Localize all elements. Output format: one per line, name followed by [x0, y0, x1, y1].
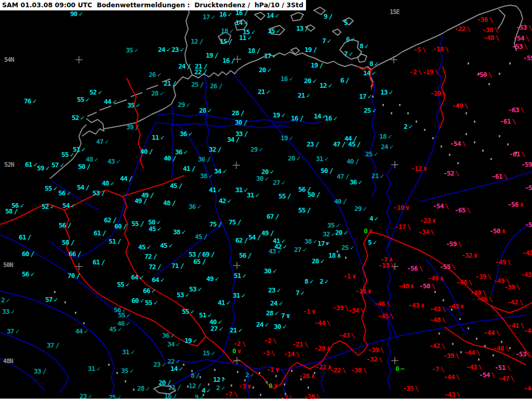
station-report: 47/	[333, 141, 345, 148]
tendency-symbol: ✓	[118, 325, 122, 333]
station-value: 55	[61, 151, 69, 158]
station-report: 56✓	[58, 190, 71, 196]
station-report: -7\	[432, 366, 444, 373]
station-report: 42✓	[219, 197, 231, 204]
station-report: -7\	[281, 394, 293, 399]
station-report: 45✓	[160, 242, 172, 249]
station-report: 37✓	[7, 328, 19, 335]
station-report: 40/	[164, 155, 176, 162]
station-value: -3	[238, 382, 246, 390]
tendency-symbol: ✓	[182, 228, 186, 236]
station-value: 25	[341, 244, 349, 251]
station-value: 61	[19, 233, 26, 241]
tendency-symbol: /	[275, 212, 280, 220]
tendency-symbol: ✓	[140, 297, 144, 304]
tendency-symbol: /	[172, 199, 176, 207]
tendency-symbol: ∨	[405, 204, 409, 211]
station-value: 45	[109, 325, 116, 333]
station-value: 12	[320, 82, 327, 89]
station-value: -14	[284, 350, 294, 358]
station-value: 37	[7, 327, 14, 335]
tendency-symbol: \	[521, 150, 525, 158]
station-report: -18\	[433, 46, 449, 52]
station-value: -34	[348, 307, 358, 314]
tendency-symbol: ✓	[375, 60, 379, 68]
tendency-symbol: ✓	[303, 246, 307, 254]
station-report: 23✓	[153, 361, 166, 368]
station-value: 61	[92, 258, 100, 266]
station-value: 7	[322, 37, 326, 45]
station-value: 21	[168, 383, 176, 391]
station-value: 58	[62, 238, 69, 246]
station-report: 33✓	[2, 308, 15, 315]
tendency-symbol: /	[215, 51, 219, 59]
station-value: 58	[5, 207, 12, 215]
station-report: -7\	[225, 391, 237, 397]
station-value: -52	[525, 221, 532, 229]
tendency-symbol: ∨	[473, 251, 477, 259]
station-value: 49	[135, 197, 142, 205]
station-report: 7∨	[281, 312, 290, 319]
station-report: 58/	[5, 208, 18, 215]
tendency-symbol: ✓	[81, 114, 85, 122]
station-value: 20	[288, 154, 295, 162]
tendency-symbol: \	[351, 331, 355, 339]
station-report: 23✓	[268, 287, 281, 294]
station-value: 61	[94, 229, 101, 237]
station-value: -7	[225, 390, 232, 398]
station-value: -1	[303, 308, 310, 315]
tendency-symbol: ✓	[248, 34, 252, 42]
station-report: 55/	[131, 220, 144, 227]
station-value: -43	[521, 271, 531, 278]
tendency-symbol: ✓	[289, 134, 294, 142]
tendency-symbol: /	[218, 145, 222, 153]
station-report: 31✓	[247, 192, 259, 198]
tendency-symbol: ✓	[273, 52, 277, 60]
station-report: 24✓	[256, 321, 269, 328]
station-report: 41/	[183, 165, 195, 172]
tendency-symbol: /	[287, 192, 291, 200]
station-report: 49/	[261, 230, 274, 236]
station-value: 41	[183, 165, 190, 172]
station-value: 51	[199, 311, 206, 319]
tendency-symbol: ✓	[259, 145, 263, 153]
station-report: 40/	[347, 158, 359, 165]
tendency-symbol: ✓	[176, 357, 180, 365]
station-report: 25✓	[365, 151, 378, 157]
station-value: -22	[455, 25, 465, 33]
station-value: 34	[167, 340, 175, 348]
station-value: -3	[262, 349, 270, 357]
tendency-symbol: ✓	[227, 299, 231, 307]
station-value: 31	[88, 365, 95, 373]
tendency-symbol: /	[101, 258, 105, 266]
station-value: 6	[346, 35, 350, 43]
tendency-symbol: /	[315, 140, 320, 148]
tendency-symbol: ✓	[135, 46, 139, 54]
station-report: 44✓	[75, 328, 88, 335]
station-report: 16✓	[281, 75, 293, 82]
tendency-symbol: \	[491, 371, 495, 379]
station-report: 14✓	[363, 70, 376, 76]
station-value: 19	[273, 111, 280, 119]
station-value: 39	[126, 123, 134, 131]
station-value: 55	[45, 184, 52, 192]
tendency-symbol: /	[179, 182, 183, 190]
station-value: 34	[227, 136, 234, 143]
station-value: 50	[308, 191, 315, 198]
tendency-symbol: /	[342, 140, 346, 148]
tendency-symbol: \	[445, 45, 449, 53]
station-report: 16/	[164, 393, 177, 399]
station-value: 23	[171, 46, 179, 54]
tendency-symbol: /	[320, 61, 324, 69]
tendency-symbol: \	[289, 394, 294, 399]
station-value: -44	[444, 373, 454, 381]
tendency-symbol: \	[434, 68, 438, 76]
station-report: 51✓	[73, 146, 85, 153]
station-report: -1∨	[267, 366, 279, 373]
station-report: 54/	[77, 184, 89, 191]
station-value: 54	[62, 202, 70, 209]
tendency-symbol: /	[257, 233, 261, 241]
tendency-symbol: \	[476, 349, 480, 356]
tendency-symbol: ✓	[84, 327, 88, 335]
station-report: 17✓	[359, 93, 371, 100]
